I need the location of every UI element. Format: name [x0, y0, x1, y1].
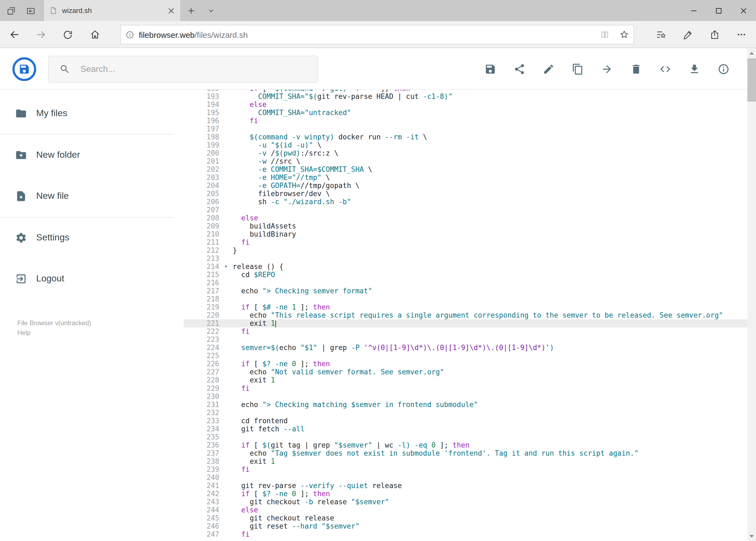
code-line[interactable]: 223 — [183, 335, 747, 343]
code-line[interactable]: 244 else — [183, 506, 747, 514]
filebrowser-logo[interactable] — [12, 57, 36, 81]
code-line[interactable]: 241 git rev-parse --verify --quiet relea… — [183, 482, 747, 490]
sidebar-item-my-files[interactable]: My files — [0, 102, 173, 125]
code-line[interactable]: 192 if [ "$(command -v git)" != "" ]; th… — [183, 90, 747, 92]
code-line[interactable]: 233 cd frontend — [183, 417, 747, 425]
code-line[interactable]: 231 echo "> Checking matching $semver in… — [183, 400, 747, 409]
code-line[interactable]: 247 fi — [183, 530, 747, 538]
code-line[interactable]: 203 -e HOME="//tmp" \ — [183, 174, 747, 182]
code-line[interactable]: 209 buildAssets — [183, 222, 747, 230]
hub-favorites-icon[interactable] — [649, 21, 673, 48]
code-line[interactable]: 234 git fetch --all — [183, 425, 747, 433]
code-line[interactable]: 196 fi — [183, 117, 747, 125]
code-line[interactable]: 217 echo "> Checking semver format" — [183, 287, 747, 295]
code-line[interactable]: 195 COMMIT_SHA="untracked" — [183, 109, 747, 117]
more-options-icon[interactable] — [730, 21, 753, 48]
window-minimize-button[interactable] — [681, 0, 706, 21]
code-line[interactable]: 225 — [183, 352, 747, 360]
address-bar[interactable]: filebrowser.web/files/wizard.sh — [121, 25, 634, 44]
code-line[interactable]: 207 — [183, 206, 747, 214]
code-line[interactable]: 219 if [ $# -ne 1 ]; then — [183, 303, 747, 311]
reading-view-icon[interactable] — [600, 30, 610, 39]
sidebar-item-logout[interactable]: Logout — [0, 267, 173, 290]
source-code-icon[interactable] — [659, 63, 671, 75]
tab-close-icon[interactable] — [167, 7, 175, 14]
browser-tab[interactable]: wizard.sh — [43, 0, 181, 21]
search-box[interactable] — [48, 56, 318, 83]
code-line[interactable]: 214▾release () { — [183, 263, 747, 270]
code-line[interactable]: 215 cd $REPO — [183, 270, 747, 279]
save-icon[interactable] — [484, 63, 496, 75]
code-line[interactable]: 197 — [183, 125, 747, 133]
code-line[interactable]: 200 -v /$(pwd):/src:z \ — [183, 149, 747, 157]
sidebar-item-new-folder[interactable]: New folder — [0, 143, 173, 167]
code-line[interactable]: 194 else — [183, 101, 747, 109]
code-line[interactable]: 230 — [183, 392, 747, 400]
code-line[interactable]: 218 — [183, 295, 747, 303]
fold-marker-icon[interactable]: ▾ — [219, 263, 233, 270]
code-line[interactable]: 229 fi — [183, 384, 747, 392]
new-tab-button[interactable] — [182, 0, 200, 21]
code-line[interactable]: 216 — [183, 279, 747, 287]
share-page-icon[interactable] — [702, 21, 726, 48]
add-favorite-star-icon[interactable] — [620, 30, 629, 39]
code-line[interactable]: 240 — [183, 473, 747, 482]
refresh-button[interactable] — [56, 21, 79, 48]
copy-icon[interactable] — [572, 63, 584, 75]
home-button[interactable] — [83, 21, 107, 48]
window-maximize-button[interactable] — [706, 0, 731, 21]
code-line[interactable]: 245 git checkout release — [183, 514, 747, 522]
code-line[interactable]: 246 git reset --hard "$semver" — [183, 522, 747, 530]
code-line[interactable]: 204 -e GOPATH=//tmp/gopath \ — [183, 182, 747, 190]
back-button[interactable] — [3, 21, 26, 48]
code-line[interactable]: 238 exit 1 — [183, 457, 747, 465]
code-line[interactable]: 221 exit 1 — [183, 319, 747, 327]
code-line[interactable]: 198 $(command -v winpty) docker run --rm… — [183, 133, 747, 141]
code-line[interactable]: 228 exit 1 — [183, 376, 747, 384]
set-tabs-aside-icon[interactable] — [6, 6, 16, 15]
sidebar-item-new-file[interactable]: New file — [0, 184, 173, 208]
code-line[interactable]: 227 echo "Not valid semver format. See s… — [183, 368, 747, 376]
code-line[interactable]: 222 fi — [183, 327, 747, 335]
scroll-down-arrow-icon[interactable] — [747, 532, 756, 540]
web-note-pen-icon[interactable] — [675, 21, 699, 48]
search-input[interactable] — [79, 64, 317, 75]
vertical-scrollbar[interactable] — [747, 48, 756, 541]
tabs-preview-icon[interactable] — [26, 6, 36, 15]
code-line[interactable]: 235 — [183, 433, 747, 441]
code-line[interactable]: 239 fi — [183, 465, 747, 473]
delete-trash-icon[interactable] — [630, 63, 642, 75]
code-line[interactable]: 199 -u "$(id -u)" \ — [183, 141, 747, 149]
code-line[interactable]: 232 — [183, 409, 747, 417]
code-line[interactable]: 211 fi — [183, 238, 747, 246]
tab-list-chevron-icon[interactable] — [202, 0, 220, 21]
scroll-up-arrow-icon[interactable] — [747, 49, 756, 57]
code-line[interactable]: 236 if [ $(git tag | grep "$semver" | wc… — [183, 441, 747, 449]
window-close-button[interactable] — [731, 0, 756, 21]
code-editor[interactable]: 192 if [ "$(command -v git)" != "" ]; th… — [183, 90, 747, 541]
code-line[interactable]: 243 git checkout -b release "$semver" — [183, 498, 747, 506]
code-line[interactable]: 208 else — [183, 214, 747, 222]
code-line[interactable]: 212} — [183, 246, 747, 255]
forward-button[interactable] — [29, 21, 53, 48]
code-line[interactable]: 206 sh -c "./wizard.sh -b" — [183, 198, 747, 206]
code-line[interactable]: 242 if [ $? -ne 0 ]; then — [183, 490, 747, 498]
code-line[interactable]: 202 -e COMMIT_SHA=$COMMIT_SHA \ — [183, 165, 747, 174]
move-icon[interactable] — [601, 63, 613, 75]
code-line[interactable]: 220 echo "This release script requires a… — [183, 311, 747, 319]
code-line[interactable]: 210 buildBinary — [183, 230, 747, 238]
edit-pencil-icon[interactable] — [543, 63, 555, 75]
code-line[interactable]: 224 semver=$(echo "$1" | grep -P '^v(0|[… — [183, 343, 747, 352]
code-line[interactable]: 193 COMMIT_SHA="$(git rev-parse HEAD | c… — [183, 92, 747, 101]
code-line[interactable]: 205 filebrowser/dev \ — [183, 190, 747, 198]
sidebar-item-settings[interactable]: Settings — [0, 226, 173, 250]
code-line[interactable]: 213 — [183, 255, 747, 263]
code-line[interactable]: 201 -w //src \ — [183, 157, 747, 165]
site-info-icon[interactable] — [125, 30, 134, 39]
code-line[interactable]: 237 echo "Tag $semver does not exist in … — [183, 449, 747, 457]
share-icon[interactable] — [514, 63, 526, 75]
code-line[interactable]: 226 if [ $? -ne 0 ]; then — [183, 360, 747, 368]
help-link[interactable]: Help — [17, 328, 91, 337]
download-icon[interactable] — [688, 63, 700, 75]
info-icon[interactable] — [718, 63, 730, 75]
